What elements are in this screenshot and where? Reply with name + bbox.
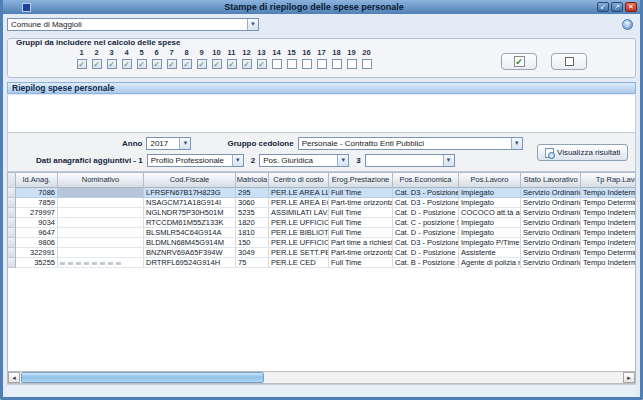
table-cell-nominativo[interactable] bbox=[58, 208, 144, 218]
table-cell-matricola[interactable]: 295 bbox=[236, 188, 269, 198]
table-cell-erog[interactable]: Full Time bbox=[329, 218, 393, 228]
table-cell-pos_eco[interactable]: Cat. D - Posizione 1 bbox=[393, 248, 459, 258]
table-cell-pos_eco[interactable]: Cat. D3 - Posizione 4 bbox=[393, 198, 459, 208]
table-cell-centro[interactable]: PER.LE SETT.PERSO bbox=[269, 248, 329, 258]
table-cell-id[interactable]: 9034 bbox=[16, 218, 58, 228]
group-checkbox[interactable]: ✓ bbox=[152, 59, 162, 69]
table-cell-tp_rap[interactable]: Tempo Indeterminato bbox=[581, 188, 636, 198]
group-checkbox[interactable] bbox=[362, 59, 372, 69]
table-row[interactable]: 322991BNZNRV69A65F394W3049PER.LE SETT.PE… bbox=[8, 248, 636, 258]
table-cell-nominativo[interactable] bbox=[58, 258, 144, 268]
group-checkbox[interactable]: ✓ bbox=[197, 59, 207, 69]
column-header[interactable]: Centro di costo bbox=[269, 173, 329, 188]
table-cell-matricola[interactable]: 1810 bbox=[236, 228, 269, 238]
table-cell-matricola[interactable]: 75 bbox=[236, 258, 269, 268]
row-selector[interactable] bbox=[8, 248, 16, 258]
table-cell-centro[interactable]: PER.LE CED bbox=[269, 258, 329, 268]
table-cell-cf[interactable]: NSAGCM71A18G914I bbox=[144, 198, 236, 208]
maximize-window-button[interactable]: ↗ bbox=[611, 2, 623, 12]
table-row[interactable]: 7859NSAGCM71A18G914I3060PER.LE AREA ECON… bbox=[8, 198, 636, 208]
table-row[interactable]: 9647BLSMLR54C64G914A1810PER.LE BIBLIOTEC… bbox=[8, 228, 636, 238]
table-cell-tp_rap[interactable]: Tempo Indeterminato bbox=[581, 258, 636, 268]
table-cell-nominativo[interactable] bbox=[58, 218, 144, 228]
visualizza-risultati-button[interactable]: Visualizza risultati bbox=[537, 144, 628, 161]
chevron-down-icon[interactable]: ▼ bbox=[511, 138, 522, 149]
column-header[interactable]: Erog.Prestazione bbox=[329, 173, 393, 188]
table-cell-pos_eco[interactable]: Cat. D - Posizione 1 bbox=[393, 208, 459, 218]
chevron-down-icon[interactable]: ▼ bbox=[179, 138, 190, 149]
table-cell-centro[interactable]: ASSIMILATI LAV.DIP bbox=[269, 208, 329, 218]
table-cell-erog[interactable]: Full Time bbox=[329, 188, 393, 198]
group-checkbox[interactable]: ✓ bbox=[122, 59, 132, 69]
gruppo-cedolone-select[interactable]: Personale - Contratto Enti Pubblici ▼ bbox=[298, 137, 523, 150]
table-cell-erog[interactable]: Part-time orizzontale bbox=[329, 198, 393, 208]
table-cell-pos_eco[interactable]: Cat. D - Posizione 4 bbox=[393, 228, 459, 238]
group-checkbox[interactable] bbox=[332, 59, 342, 69]
table-cell-matricola[interactable]: 3049 bbox=[236, 248, 269, 258]
column-header[interactable]: Pos.Economica bbox=[393, 173, 459, 188]
group-checkbox[interactable]: ✓ bbox=[167, 59, 177, 69]
table-cell-matricola[interactable]: 3060 bbox=[236, 198, 269, 208]
group-checkbox[interactable]: ✓ bbox=[92, 59, 102, 69]
table-cell-centro[interactable]: PER.LE AREA LL.PP- bbox=[269, 188, 329, 198]
table-cell-cf[interactable]: DRTRFL69524G914H bbox=[144, 258, 236, 268]
scrollbar-thumb[interactable] bbox=[21, 372, 264, 383]
table-cell-pos_eco[interactable]: Cat. D3 - Posizione 4 bbox=[393, 238, 459, 248]
group-checkbox[interactable] bbox=[317, 59, 327, 69]
group-checkbox[interactable] bbox=[272, 59, 282, 69]
table-cell-pos_eco[interactable]: Cat. D3 - Posizione 5 bbox=[393, 188, 459, 198]
table-cell-tp_rap[interactable]: Tempo Indeterminato bbox=[581, 208, 636, 218]
group-checkbox[interactable]: ✓ bbox=[242, 59, 252, 69]
table-cell-centro[interactable]: PER.LE UFFICIO TRI bbox=[269, 238, 329, 248]
chevron-down-icon[interactable]: ▼ bbox=[337, 155, 348, 166]
table-cell-erog[interactable]: Part-time orizzontale bbox=[329, 248, 393, 258]
table-cell-pos_eco[interactable]: Cat. C - posizione 5 bbox=[393, 218, 459, 228]
row-selector[interactable] bbox=[8, 218, 16, 228]
restore-window-button[interactable]: ↙ bbox=[597, 2, 609, 12]
table-row[interactable]: 9806BLDMLN68M45G914M150PER.LE UFFICIO TR… bbox=[8, 238, 636, 248]
table-cell-stato[interactable]: Servizio Ordinario bbox=[521, 258, 581, 268]
scroll-right-arrow-icon[interactable]: ► bbox=[623, 372, 635, 383]
horizontal-scrollbar[interactable]: ◄ ► bbox=[7, 371, 636, 384]
row-selector[interactable] bbox=[8, 208, 16, 218]
group-checkbox[interactable]: ✓ bbox=[212, 59, 222, 69]
chevron-down-icon[interactable]: ▼ bbox=[247, 19, 258, 30]
table-cell-pos_lav[interactable]: Impiegato P/Time bbox=[459, 238, 521, 248]
row-selector[interactable] bbox=[8, 258, 16, 268]
table-cell-nominativo[interactable] bbox=[58, 238, 144, 248]
table-cell-matricola[interactable]: 1820 bbox=[236, 218, 269, 228]
group-checkbox[interactable]: ✓ bbox=[257, 59, 267, 69]
table-cell-pos_lav[interactable]: Impiegato bbox=[459, 228, 521, 238]
row-selector[interactable] bbox=[8, 228, 16, 238]
table-cell-pos_lav[interactable]: Impiegato bbox=[459, 188, 521, 198]
table-cell-id[interactable]: 322991 bbox=[16, 248, 58, 258]
table-cell-matricola[interactable]: 5235 bbox=[236, 208, 269, 218]
dati-3-select[interactable]: ▼ bbox=[365, 154, 455, 167]
column-header[interactable]: Nominativo bbox=[58, 173, 144, 188]
group-checkbox[interactable]: ✓ bbox=[77, 59, 87, 69]
table-cell-stato[interactable]: Servizio Ordinario bbox=[521, 228, 581, 238]
table-row[interactable]: 9034RTCCDM61M55Z133K1820PER.LE UFFICIO S… bbox=[8, 218, 636, 228]
table-cell-stato[interactable]: Servizio Ordinario bbox=[521, 248, 581, 258]
table-cell-pos_lav[interactable]: COCOCO att.tà amm bbox=[459, 208, 521, 218]
select-all-button[interactable]: ✔ bbox=[501, 53, 537, 70]
group-checkbox[interactable] bbox=[287, 59, 297, 69]
table-cell-cf[interactable]: RTCCDM61M55Z133K bbox=[144, 218, 236, 228]
table-cell-tp_rap[interactable]: Tempo Determinato bbox=[581, 198, 636, 208]
table-cell-cf[interactable]: NGLNDR75P30H501M bbox=[144, 208, 236, 218]
table-cell-nominativo[interactable] bbox=[58, 198, 144, 208]
table-cell-erog[interactable]: Full Time bbox=[329, 258, 393, 268]
table-cell-centro[interactable]: PER.LE AREA ECON. bbox=[269, 198, 329, 208]
dati-2-select[interactable]: Pos. Giuridica ▼ bbox=[259, 154, 349, 167]
table-cell-pos_lav[interactable]: Agente di polizia mun bbox=[459, 258, 521, 268]
table-cell-erog[interactable]: Full Time bbox=[329, 228, 393, 238]
column-header[interactable]: Tp Rap.Lavoro bbox=[581, 173, 636, 188]
column-header[interactable]: Id.Anag. bbox=[16, 173, 58, 188]
column-header[interactable]: Pos.Lavoro bbox=[459, 173, 521, 188]
table-cell-stato[interactable]: Servizio Ordinario bbox=[521, 188, 581, 198]
column-header[interactable]: Stato Lavorativo bbox=[521, 173, 581, 188]
table-cell-id[interactable]: 7859 bbox=[16, 198, 58, 208]
help-icon[interactable]: ? bbox=[622, 19, 633, 30]
group-checkbox[interactable]: ✓ bbox=[182, 59, 192, 69]
table-cell-nominativo[interactable] bbox=[58, 188, 144, 198]
